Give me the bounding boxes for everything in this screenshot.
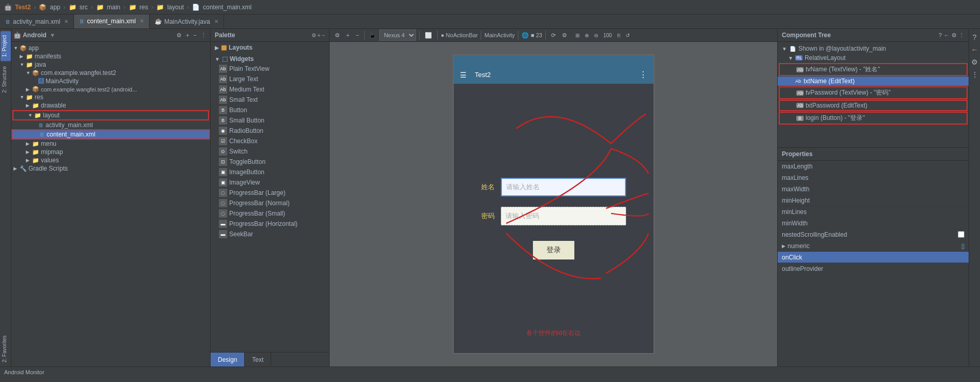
tab-mainactivity[interactable]: ☕ MainActivity.java ✕ xyxy=(150,14,224,28)
copy-btn[interactable]: ⎘ xyxy=(615,32,622,39)
refresh-btn[interactable]: ⟳ xyxy=(549,31,558,40)
tree-item-mipmap[interactable]: ▶ 📁 mipmap xyxy=(11,148,210,156)
close-tab-2[interactable]: ✕ xyxy=(140,18,144,24)
tree-item-app[interactable]: ▼ 📦 app xyxy=(11,44,210,52)
tab-activity-main[interactable]: 🗎 activity_main.xml ✕ xyxy=(0,14,74,28)
ct-item-root[interactable]: ▼ 📄 Shown in @layout/activity_main xyxy=(778,44,969,53)
palette-item-small-button[interactable]: B Small Button xyxy=(211,115,329,126)
palette-item-progressbar-small[interactable]: ◌ ProgressBar (Small) xyxy=(211,208,329,219)
tree-item-package2[interactable]: ▶ 📦 com.example.wangfei.test2 (android..… xyxy=(11,85,210,93)
palette-item-small-text[interactable]: Ab Small Text xyxy=(211,95,329,105)
zoom-fit-btn[interactable]: ⊞ xyxy=(573,32,582,39)
app-label[interactable]: app xyxy=(50,4,60,11)
password-input-preview[interactable]: 请输入密码 xyxy=(501,207,626,225)
tab-text[interactable]: Text xyxy=(245,353,271,366)
close-tab-3[interactable]: ✕ xyxy=(214,19,218,24)
tree-item-mainactivity[interactable]: ▶ 🅰 MainActivity xyxy=(11,77,210,85)
strip-tab-favorites[interactable]: 2: Favorites xyxy=(1,331,11,366)
right-strip-help[interactable]: ? xyxy=(971,31,979,43)
tree-item-package1[interactable]: ▼ 📦 com.example.wangfei.test2 xyxy=(11,69,210,77)
ct-item-tvpassword[interactable]: Ab tvPassword (TextView) - "密码" xyxy=(779,86,968,99)
close-tab-1[interactable]: ✕ xyxy=(64,19,68,24)
palette-item-imageview[interactable]: ▣ ImageView xyxy=(211,177,329,188)
ct-item-relativelayout[interactable]: ▼ RL RelativeLayout xyxy=(778,53,969,63)
tree-item-values[interactable]: ▶ 📁 values xyxy=(11,156,210,164)
expand-btn[interactable]: + xyxy=(184,32,190,39)
tree-item-menu[interactable]: ▶ 📁 menu xyxy=(11,140,210,148)
progressbar-small-icon: ◌ xyxy=(219,209,227,218)
collapse-btn[interactable]: − xyxy=(192,32,198,39)
palette-item-progressbar-normal[interactable]: ◌ ProgressBar (Normal) xyxy=(211,198,329,208)
dropdown-arrow-icon[interactable]: ▼ xyxy=(50,32,55,38)
device-select[interactable]: Nexus 4 xyxy=(379,29,416,41)
ct-item-txtpassword[interactable]: Ab txtPassword (EditText) xyxy=(779,100,968,111)
palette-item-progressbar-horizontal[interactable]: ▬ ProgressBar (Horizontal) xyxy=(211,219,329,229)
ct-item-tvname[interactable]: Ab tvName (TextView) - "姓名" xyxy=(779,63,968,76)
zoom-100-btn[interactable]: 100 xyxy=(601,32,614,39)
zoom-in-btn[interactable]: ⊕ xyxy=(583,32,591,39)
layout-label[interactable]: layout xyxy=(167,4,184,11)
preview-settings-btn[interactable]: ⚙ xyxy=(560,31,569,40)
right-strip-menu[interactable]: ⋮ xyxy=(969,68,981,81)
manifests-label: manifests xyxy=(35,53,61,60)
ct-settings-btn[interactable]: ⚙ xyxy=(952,32,957,39)
login-btn-label: 登录 xyxy=(546,246,561,255)
refresh-layout-btn[interactable]: ↺ xyxy=(623,32,632,39)
prop-onclick[interactable]: onClick xyxy=(778,252,969,263)
palette-item-seekbar[interactable]: ▬ SeekBar xyxy=(211,229,329,239)
palette-item-button[interactable]: B Button xyxy=(211,105,329,115)
login-button-preview[interactable]: 登录 xyxy=(533,241,574,259)
palette-settings-icon[interactable]: ⚙ + − xyxy=(311,33,325,38)
src-label[interactable]: src xyxy=(80,4,88,11)
ct-item-txtname[interactable]: Ab txtName (EditText) xyxy=(778,77,969,86)
palette-item-checkbox[interactable]: ☑ CheckBox xyxy=(211,136,329,146)
tree-item-layout[interactable]: ▼ 📁 layout xyxy=(12,110,209,120)
sync-btn[interactable]: ⚙ xyxy=(175,32,183,39)
tree-item-activity-main-xml[interactable]: ▶ 🗎 activity_main.xml xyxy=(11,121,210,129)
zoom-out-btn[interactable]: ⊖ xyxy=(592,32,600,39)
palette-item-large-text[interactable]: Ab Large Text xyxy=(211,74,329,84)
ct-back-btn[interactable]: ← xyxy=(944,32,949,39)
palette-item-progressbar-large[interactable]: ◌ ProgressBar (Large) xyxy=(211,188,329,198)
portrait-btn[interactable]: ⬜ xyxy=(423,31,434,40)
nested-scrolling-checkbox[interactable] xyxy=(958,231,964,238)
tab-design[interactable]: Design xyxy=(211,353,245,366)
src-crumb: 📁 xyxy=(69,4,77,11)
file-label[interactable]: content_main.xml xyxy=(203,4,251,11)
preview-plus-btn[interactable]: + xyxy=(344,31,351,39)
palette-widgets-header[interactable]: ▼ ⬚ Widgets xyxy=(211,54,329,64)
tree-item-java[interactable]: ▼ 📁 java xyxy=(11,60,210,69)
ct-help-btn[interactable]: ? xyxy=(939,32,942,39)
ct-item-login[interactable]: B login (Button) - "登录" xyxy=(779,112,968,125)
tree-item-manifests[interactable]: ▶ 📁 manifests xyxy=(11,52,210,60)
right-strip-settings[interactable]: ⚙ xyxy=(969,56,980,68)
palette-item-medium-text[interactable]: Ab Medium Text xyxy=(211,84,329,95)
palette-layouts-header[interactable]: ▶ ▦ Layouts xyxy=(211,43,329,52)
res-label[interactable]: res xyxy=(140,4,149,11)
tree-item-gradle[interactable]: ▶ 🔧 Gradle Scripts xyxy=(11,164,210,173)
palette-item-plain-textview[interactable]: Ab Plain TextView xyxy=(211,64,329,74)
tree-item-res[interactable]: ▼ 📁 res xyxy=(11,93,210,101)
prop-onclick-label: onClick xyxy=(782,254,944,261)
strip-tab-project[interactable]: 1: Project xyxy=(1,31,11,61)
preview-sync-btn[interactable]: ⚙ xyxy=(333,31,342,40)
palette-item-togglebutton[interactable]: ⊡ ToggleButton xyxy=(211,157,329,167)
settings-btn[interactable]: ⋮ xyxy=(199,32,208,39)
name-input-preview[interactable]: 请输入姓名 xyxy=(501,178,626,196)
strip-tab-structure[interactable]: 2: Structure xyxy=(1,62,11,97)
tree-item-drawable[interactable]: ▶ 📁 drawable xyxy=(11,101,210,110)
phone-statusbar xyxy=(454,55,654,66)
preview-minus-btn[interactable]: − xyxy=(353,31,361,39)
main-label[interactable]: main xyxy=(107,4,121,11)
numeric-expand-icon: ▶ xyxy=(782,243,785,249)
tree-item-content-main-xml[interactable]: ▶ 🗎 content_main.xml xyxy=(11,129,210,140)
right-strip-back[interactable]: ← xyxy=(969,43,981,56)
component-tree-content: ▼ 📄 Shown in @layout/activity_main ▼ RL … xyxy=(778,42,969,147)
palette-item-radiobutton[interactable]: ◉ RadioButton xyxy=(211,126,329,136)
project-name[interactable]: Test2 xyxy=(15,4,31,11)
palette-item-switch[interactable]: ⊙ Switch xyxy=(211,146,329,157)
prop-numeric[interactable]: ▶ numeric [] xyxy=(778,240,969,252)
palette-item-imagebutton[interactable]: ▣ ImageButton xyxy=(211,167,329,177)
tab-content-main[interactable]: 🗎 content_main.xml ✕ xyxy=(74,14,150,28)
ct-menu-btn[interactable]: ⋮ xyxy=(959,32,964,39)
